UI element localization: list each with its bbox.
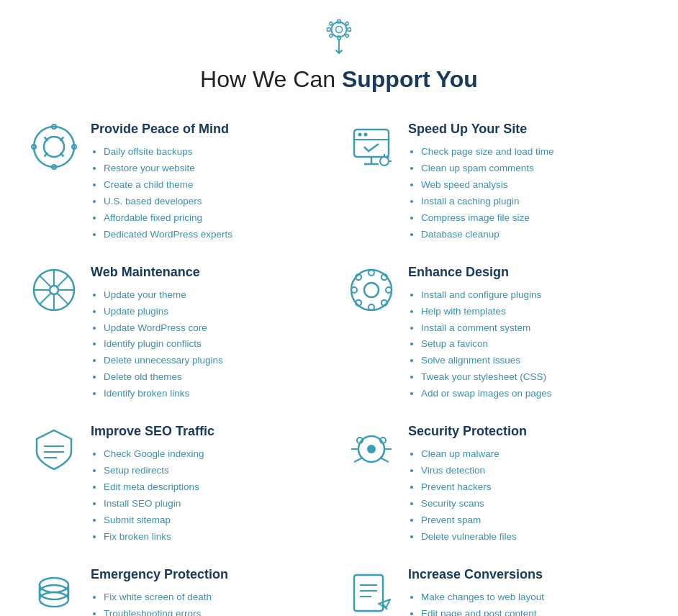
- list-item: Install a comment system: [421, 320, 649, 337]
- list-item: Identify plugin conflicts: [104, 336, 332, 353]
- list-item: Create a child theme: [104, 177, 332, 194]
- list-item: Update your theme: [104, 287, 332, 304]
- svg-point-61: [332, 22, 347, 37]
- list-item: Delete old themes: [104, 369, 332, 386]
- list-item: Restore your website: [104, 160, 332, 177]
- card-peace-of-mind: Provide Peace of MindDaily offsite backu…: [29, 122, 332, 243]
- list-item: Setup redirects: [104, 463, 332, 479]
- card-seo-traffic: Improve SEO TrafficCheck Google indexing…: [29, 424, 332, 545]
- page-title: How We Can Support You: [29, 66, 649, 93]
- list-item: Prevent spam: [421, 512, 649, 529]
- list-item: Identify broken links: [104, 386, 332, 402]
- enhance-design-list: Install and configure pluginsHelp with t…: [408, 287, 649, 403]
- list-item: Setup a favicon: [421, 336, 649, 353]
- list-item: Database cleanup: [421, 227, 649, 243]
- svg-rect-68: [345, 22, 349, 25]
- card-speed-up: Speed Up Your SiteCheck page size and lo…: [346, 122, 649, 243]
- svg-rect-70: [345, 34, 349, 37]
- enhance-design-icon: [346, 265, 397, 315]
- security-icon: [346, 424, 397, 474]
- list-item: Clean up spam comments: [421, 160, 649, 177]
- enhance-design-content: Enhance DesignInstall and configure plug…: [408, 265, 649, 403]
- seo-traffic-list: Check Google indexingSetup redirectsEdit…: [91, 446, 332, 545]
- speed-up-list: Check page size and load timeClean up sp…: [408, 144, 649, 243]
- svg-rect-67: [329, 22, 333, 25]
- emergency-content: Emergency ProtectionFix white screen of …: [91, 567, 332, 616]
- svg-rect-65: [327, 28, 331, 32]
- enhance-design-title: Enhance Design: [408, 265, 649, 280]
- conversions-title: Increase Conversions: [408, 567, 649, 582]
- speed-up-icon: [346, 122, 397, 172]
- card-enhance-design: Enhance DesignInstall and configure plug…: [346, 265, 649, 403]
- web-maintenance-content: Web MaintenanceUpdate your themeUpdate p…: [91, 265, 332, 403]
- security-content: Security ProtectionClean up malwareVirus…: [408, 424, 649, 545]
- list-item: Affordable fixed pricing: [104, 210, 332, 227]
- list-item: Dedicated WordPress experts: [104, 227, 332, 243]
- web-maintenance-list: Update your themeUpdate pluginsUpdate Wo…: [91, 287, 332, 403]
- web-maintenance-icon: [29, 265, 79, 315]
- list-item: Fix broken links: [104, 529, 332, 545]
- peace-of-mind-icon: [29, 122, 79, 172]
- card-web-maintenance: Web MaintenanceUpdate your themeUpdate p…: [29, 265, 332, 403]
- list-item: Help with templates: [421, 304, 649, 320]
- seo-traffic-title: Improve SEO Traffic: [91, 424, 332, 439]
- list-item: Check Google indexing: [104, 446, 332, 463]
- header-icon: [317, 14, 361, 58]
- list-item: Check page size and load time: [421, 144, 649, 160]
- list-item: Tweak your stylesheet (CSS): [421, 369, 649, 386]
- cards-grid: Provide Peace of MindDaily offsite backu…: [29, 122, 649, 616]
- list-item: Install a caching plugin: [421, 194, 649, 210]
- list-item: Daily offsite backups: [104, 144, 332, 160]
- svg-rect-69: [329, 34, 333, 37]
- card-emergency: Emergency ProtectionFix white screen of …: [29, 567, 332, 616]
- list-item: Delete vulnerable files: [421, 529, 649, 545]
- list-item: Troubleshooting errors: [104, 606, 332, 616]
- list-item: Security scans: [421, 496, 649, 512]
- conversions-list: Make changes to web layoutEdit page and …: [408, 589, 649, 616]
- list-item: Update plugins: [104, 304, 332, 320]
- list-item: Update WordPress core: [104, 320, 332, 337]
- list-item: Solve alignment issues: [421, 353, 649, 369]
- security-title: Security Protection: [408, 424, 649, 439]
- svg-rect-66: [348, 28, 351, 32]
- list-item: U.S. based developers: [104, 194, 332, 210]
- card-security: Security ProtectionClean up malwareVirus…: [346, 424, 649, 545]
- peace-of-mind-list: Daily offsite backupsRestore your websit…: [91, 144, 332, 243]
- conversions-icon: [346, 567, 397, 616]
- card-conversions: Increase ConversionsMake changes to web …: [346, 567, 649, 616]
- list-item: Make changes to web layout: [421, 589, 649, 606]
- peace-of-mind-title: Provide Peace of Mind: [91, 122, 332, 137]
- list-item: Install SEO plugin: [104, 496, 332, 512]
- list-item: Prevent hackers: [421, 479, 649, 496]
- page-wrapper: How We Can Support You Provide Peace of …: [0, 0, 678, 616]
- emergency-title: Emergency Protection: [91, 567, 332, 582]
- peace-of-mind-content: Provide Peace of MindDaily offsite backu…: [91, 122, 332, 243]
- conversions-content: Increase ConversionsMake changes to web …: [408, 567, 649, 616]
- list-item: Virus detection: [421, 463, 649, 479]
- list-item: Edit page and post content: [421, 606, 649, 616]
- svg-point-62: [336, 27, 343, 33]
- emergency-list: Fix white screen of deathTroubleshooting…: [91, 589, 332, 616]
- list-item: Clean up malware: [421, 446, 649, 463]
- speed-up-content: Speed Up Your SiteCheck page size and lo…: [408, 122, 649, 243]
- security-list: Clean up malwareVirus detectionPrevent h…: [408, 446, 649, 545]
- list-item: Edit meta descriptions: [104, 479, 332, 496]
- header: How We Can Support You: [29, 14, 649, 93]
- list-item: Web speed analysis: [421, 177, 649, 194]
- speed-up-title: Speed Up Your Site: [408, 122, 649, 137]
- list-item: Install and configure plugins: [421, 287, 649, 304]
- web-maintenance-title: Web Maintenance: [91, 265, 332, 280]
- seo-traffic-content: Improve SEO TrafficCheck Google indexing…: [91, 424, 332, 545]
- emergency-icon: [29, 567, 79, 616]
- list-item: Add or swap images on pages: [421, 386, 649, 402]
- list-item: Delete unnecessary plugins: [104, 353, 332, 369]
- list-item: Fix white screen of death: [104, 589, 332, 606]
- list-item: Submit sitemap: [104, 512, 332, 529]
- list-item: Compress image file size: [421, 210, 649, 227]
- seo-traffic-icon: [29, 424, 79, 474]
